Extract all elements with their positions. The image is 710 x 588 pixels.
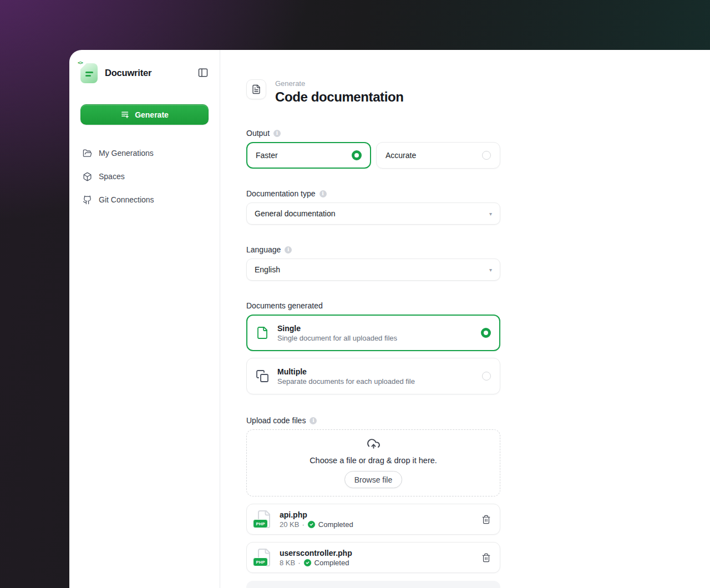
browse-file-button[interactable]: Browse file [344,471,402,488]
page-title: Code documentation [275,89,403,105]
language-select[interactable]: English ▾ [246,258,500,281]
output-label: Output i [246,129,500,138]
uploaded-file-row: PHP userscontroller.php 8 KB · Completed [246,542,500,573]
panel-left-icon [197,67,209,78]
info-icon[interactable]: i [285,246,292,254]
file-icon [256,326,269,339]
trash-icon [481,515,491,524]
documentation-type-select[interactable]: General documentation ▾ [246,202,500,225]
radio-unselected-icon [482,151,491,160]
output-option-faster[interactable]: Faster [246,142,371,169]
cloud-upload-icon [367,438,381,452]
file-dropzone[interactable]: Choose a file or drag & drop it here. Br… [246,429,500,496]
sidebar: <> Docuwriter Generate My Generations [69,50,220,588]
trash-icon [481,553,491,562]
check-circle-icon [307,520,316,529]
folder-open-icon [83,149,92,158]
github-icon [83,195,92,205]
documents-option-multiple[interactable]: Multiple Separate documents for each upl… [246,358,500,394]
radio-unselected-icon [482,372,491,381]
check-circle-icon [303,559,312,567]
docuwriter-logo-icon: <> [80,62,98,83]
breadcrumb: Generate [275,79,403,88]
uploaded-file-row: PHP api.php 20 KB · Completed [246,504,500,535]
php-file-icon: PHP [256,509,272,530]
file-name: userscontroller.php [280,549,352,557]
copy-icon [256,369,269,383]
file-name: api.php [280,510,353,519]
brand-name: Docuwriter [105,68,151,78]
info-icon[interactable]: i [310,417,317,424]
brand: <> Docuwriter [80,62,209,83]
info-icon[interactable]: i [273,130,281,137]
sidebar-nav: My Generations Spaces Git Connections [80,143,209,210]
list-plus-icon [120,110,130,119]
info-icon[interactable]: i [320,190,327,197]
file-meta: 20 KB · Completed [280,520,353,529]
file-text-icon [246,79,266,99]
main-area: Generate Code documentation Output i Fas… [220,50,710,588]
package-icon [83,172,92,181]
language-label: Language i [246,245,500,254]
documents-generated-label: Documents generated [246,301,500,310]
upload-code-files-label: Upload code files i [246,416,500,425]
file-meta: 8 KB · Completed [280,559,352,567]
radio-selected-icon [352,150,362,160]
git-repositories-note: Want to upload bigger files? Try Git Rep… [246,581,500,588]
generate-button[interactable]: Generate [80,104,209,125]
dropzone-text: Choose a file or drag & drop it here. [310,456,437,465]
delete-file-button[interactable] [481,515,491,524]
sidebar-item-spaces[interactable]: Spaces [80,166,209,186]
radio-selected-icon [481,328,491,338]
documentation-type-label: Documentation type i [246,189,500,198]
panel-toggle-button[interactable] [197,67,209,78]
page-header: Generate Code documentation [246,79,500,105]
app-window: <> Docuwriter Generate My Generations [69,50,710,588]
documents-option-single[interactable]: Single Single document for all uploaded … [246,315,500,351]
php-file-icon: PHP [256,547,272,568]
output-option-accurate[interactable]: Accurate [376,142,500,169]
delete-file-button[interactable] [481,553,491,562]
sidebar-item-git-connections[interactable]: Git Connections [80,190,209,210]
chevron-down-icon: ▾ [489,267,492,273]
chevron-down-icon: ▾ [489,211,492,217]
sidebar-item-my-generations[interactable]: My Generations [80,143,209,163]
